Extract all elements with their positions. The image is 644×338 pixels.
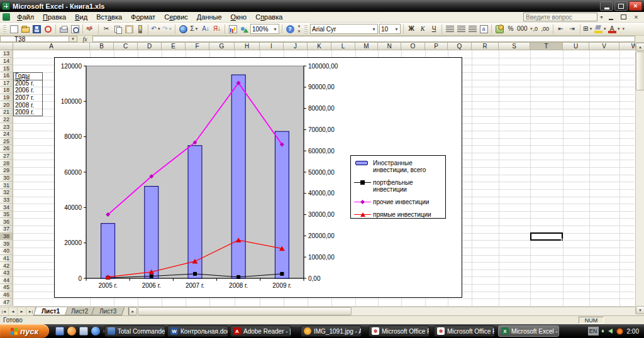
row-header-36[interactable]: 36 [0, 218, 13, 226]
column-header-C[interactable]: C [114, 43, 138, 50]
question-dropdown-icon[interactable]: ▼ [599, 15, 604, 19]
row-header-31[interactable]: 31 [0, 182, 13, 189]
taskbar-button-5[interactable]: ✽Microsoft Office Pi... [369, 325, 430, 337]
row-header-42[interactable]: 42 [0, 262, 13, 270]
column-header-E[interactable]: E [162, 43, 186, 50]
row-header-30[interactable]: 30 [0, 175, 13, 182]
tab-next-icon[interactable]: ► [18, 307, 26, 315]
row-header-22[interactable]: 22 [0, 116, 13, 124]
row-header-15[interactable]: 15 [0, 65, 13, 72]
menu-вид[interactable]: Вид [70, 13, 92, 22]
menu-данные[interactable]: Данные [192, 13, 226, 22]
row-header-41[interactable]: 41 [0, 255, 13, 263]
column-header-O[interactable]: O [401, 43, 425, 50]
merge-center-icon[interactable] [478, 23, 489, 35]
column-header-A[interactable]: A [13, 43, 90, 50]
spelling-icon[interactable]: аб [85, 23, 96, 35]
percent-icon[interactable]: % [505, 23, 516, 35]
help-question-input[interactable] [523, 13, 597, 21]
menu-вставка[interactable]: Вставка [92, 13, 126, 22]
copy-icon[interactable] [112, 23, 123, 35]
chart-wizard-icon[interactable] [227, 23, 238, 35]
row-header-13[interactable]: 13 [0, 50, 13, 58]
standard-toolbar-handle[interactable] [3, 25, 6, 34]
column-header-P[interactable]: P [425, 43, 448, 50]
window-icon[interactable] [79, 327, 88, 335]
row-header-25[interactable]: 25 [0, 138, 13, 146]
open-icon[interactable] [19, 23, 31, 35]
font-name-select[interactable]: Arial Cyr▼ [310, 24, 378, 34]
row-header-19[interactable]: 19 [0, 94, 13, 102]
redo-icon[interactable]: ↷▼ [162, 23, 173, 35]
name-box[interactable]: T38 [0, 36, 69, 42]
antivirus-tray-icon[interactable] [616, 328, 623, 335]
taskbar-button-4[interactable]: IMG_1091.jpg - A... [301, 325, 362, 337]
align-left-icon[interactable] [444, 23, 455, 35]
hyperlink-icon[interactable] [177, 23, 189, 35]
format-painter-icon[interactable] [135, 23, 146, 35]
row-header-18[interactable]: 18 [0, 87, 13, 94]
workbook-restore-button[interactable] [618, 13, 629, 21]
print-icon[interactable] [58, 23, 69, 35]
tab-first-icon[interactable]: |◄ [0, 307, 9, 315]
sort-desc-icon[interactable]: Я↓ [211, 23, 223, 35]
row-header-33[interactable]: 33 [0, 197, 13, 204]
vertical-scrollbar[interactable]: ▲ ▼ [635, 43, 644, 314]
column-header-V[interactable]: V [589, 43, 619, 50]
underline-button[interactable]: Ч [428, 23, 440, 35]
row-header-21[interactable]: 21 [0, 109, 13, 116]
column-header-T[interactable]: T [530, 43, 563, 50]
row-header-14[interactable]: 14 [0, 58, 13, 65]
column-header-G[interactable]: G [209, 43, 235, 50]
sheet-tab-лист1[interactable]: Лист1 [33, 307, 68, 315]
fill-handle[interactable] [561, 239, 564, 241]
row-header-20[interactable]: 20 [0, 101, 13, 109]
row-header-29[interactable]: 29 [0, 167, 13, 175]
align-right-icon[interactable] [467, 23, 478, 35]
row-header-26[interactable]: 26 [0, 145, 13, 153]
font-color-icon[interactable]: А▼ [608, 23, 621, 35]
print-preview-icon[interactable] [69, 23, 80, 35]
workbook-close-button[interactable]: × [631, 13, 641, 21]
row-header-46[interactable]: 46 [0, 292, 13, 299]
row-header-28[interactable]: 28 [0, 160, 13, 167]
row-header-27[interactable]: 27 [0, 153, 13, 160]
align-center-icon[interactable] [455, 23, 467, 35]
row-header-35[interactable]: 35 [0, 211, 13, 219]
menu-окно[interactable]: Окно [226, 13, 252, 22]
selected-cell-T38[interactable] [530, 232, 563, 241]
menu-файл[interactable]: Файл [13, 13, 38, 22]
scroll-down-icon[interactable]: ▼ [636, 306, 644, 314]
taskbar-button-2[interactable]: WКонтрольная.doc... [167, 325, 228, 337]
formula-input[interactable] [92, 36, 635, 42]
column-header-F[interactable]: F [186, 43, 209, 50]
chart-object[interactable]: 0200004000060000800001000001200000,00100… [54, 57, 462, 298]
show-desktop-icon[interactable] [55, 327, 64, 335]
help-icon[interactable]: ? [284, 23, 296, 35]
toolbar-options-icon[interactable]: ▾▾ [296, 23, 303, 35]
taskbar-button-6[interactable]: ✽Microsoft Office Pi... [434, 325, 495, 337]
font-size-select[interactable]: 10▼ [379, 24, 401, 34]
menu-справка[interactable]: Справка [251, 13, 287, 22]
column-header-M[interactable]: M [355, 43, 378, 50]
horizontal-scroll-thumb[interactable] [138, 307, 352, 315]
italic-button[interactable]: К [417, 23, 428, 35]
column-header-U[interactable]: U [563, 43, 589, 50]
row-header-45[interactable]: 45 [0, 284, 13, 292]
row-header-47[interactable]: 47 [0, 298, 13, 306]
taskbar-button-1[interactable]: Total Commander ... [104, 325, 165, 337]
vertical-scroll-thumb[interactable] [636, 52, 644, 90]
close-button[interactable]: × [629, 1, 642, 11]
column-header-I[interactable]: I [260, 43, 284, 50]
column-header-K[interactable]: K [308, 43, 331, 50]
increase-indent-icon[interactable]: ⇥ [567, 23, 578, 35]
fill-color-icon[interactable]: ▼ [594, 23, 608, 35]
scroll-up-icon[interactable]: ▲ [636, 43, 644, 51]
autosum-icon[interactable]: Σ▼ [189, 23, 200, 35]
insert-function-icon[interactable]: fx [77, 36, 92, 42]
row-header-23[interactable]: 23 [0, 123, 13, 131]
permission-icon[interactable] [42, 23, 53, 35]
volume-icon[interactable] [608, 329, 613, 334]
horizontal-scrollbar[interactable]: ◄ ► [128, 307, 635, 315]
row-header-17[interactable]: 17 [0, 80, 13, 87]
